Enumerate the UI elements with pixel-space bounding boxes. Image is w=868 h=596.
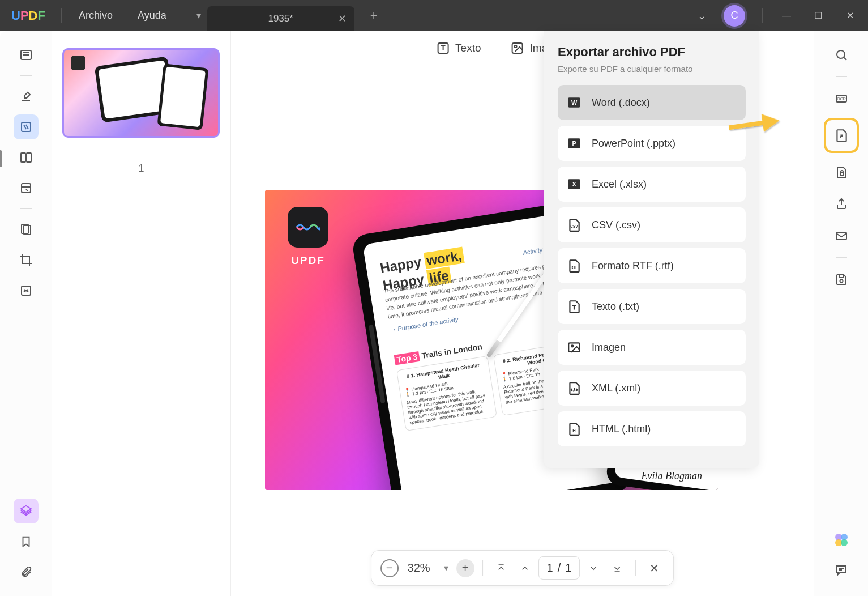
separator [836, 257, 847, 258]
panel-drag-handle[interactable] [0, 150, 2, 167]
crop-tool-icon[interactable] [14, 248, 39, 273]
search-icon[interactable] [829, 42, 854, 67]
edit-tool-icon[interactable] [14, 114, 39, 139]
export-csv-label: CSV (.csv) [592, 219, 640, 231]
divider [762, 8, 763, 23]
svg-rect-4 [22, 184, 31, 193]
export-xml-label: XML (.xml) [592, 382, 640, 394]
export-html-label: HTML (.html) [592, 423, 651, 435]
export-word[interactable]: W Word (.docx) [558, 85, 746, 120]
new-tab-button[interactable]: + [370, 8, 378, 23]
close-zoom-bar-button[interactable]: ✕ [644, 558, 664, 578]
separator [635, 560, 636, 576]
next-page-button[interactable] [583, 558, 604, 578]
separator [20, 208, 32, 209]
svg-text:W: W [571, 99, 578, 106]
export-image-label: Imagen [592, 342, 626, 354]
export-xml[interactable]: XML (.xml) [558, 371, 746, 406]
logo-u: U [11, 8, 20, 23]
export-title: Exportar archivo PDF [558, 45, 746, 59]
attachment-icon[interactable] [14, 560, 39, 585]
user-avatar[interactable]: C [724, 5, 745, 27]
highlight-tool-icon[interactable] [14, 84, 39, 109]
menu-help[interactable]: Ayuda [125, 10, 179, 22]
zoom-out-button[interactable]: − [380, 559, 399, 577]
email-icon[interactable] [829, 223, 854, 248]
export-excel[interactable]: X Excel (.xlsx) [558, 167, 746, 202]
save-icon[interactable] [829, 267, 854, 292]
divider [61, 8, 62, 23]
tab-list-dropdown-icon[interactable]: ▾ [190, 5, 207, 27]
content-area: 1 Texto Imagen UPDF [0, 31, 868, 596]
last-page-button[interactable] [607, 558, 627, 578]
redact-tool-icon[interactable] [14, 278, 39, 303]
form-tool-icon[interactable] [14, 176, 39, 201]
protect-icon[interactable] [829, 160, 854, 185]
svg-text:X: X [572, 181, 576, 188]
zoom-percent[interactable]: 32% [402, 561, 436, 574]
share-icon[interactable] [829, 191, 854, 216]
document-tab[interactable]: 1935* ✕ [207, 6, 354, 31]
export-text-label: Texto (.txt) [592, 301, 639, 313]
thumb-mini-logo [71, 56, 85, 70]
window-close-button[interactable]: ✕ [837, 3, 862, 28]
export-html[interactable]: H HTML (.html) [558, 411, 746, 446]
svg-text:P: P [572, 140, 576, 147]
export-subtitle: Exporte su PDF a cualquier formato [558, 64, 746, 74]
window-dropdown-icon[interactable]: ⌄ [692, 6, 711, 25]
bookmark-icon[interactable] [14, 529, 39, 554]
page-thumbnail[interactable] [62, 48, 220, 138]
layers-icon[interactable] [14, 499, 39, 523]
word-icon: W [567, 95, 581, 110]
export-powerpoint[interactable]: P PowerPoint (.pptx) [558, 126, 746, 161]
logo-p: P [20, 8, 29, 23]
logo-f: F [37, 8, 45, 23]
title-bar: UPDF Archivo Ayuda ▾ 1935* ✕ + ⌄ C — ☐ ✕ [0, 0, 868, 31]
page-number-input[interactable]: 1 / 1 [538, 556, 580, 580]
svg-point-28 [840, 280, 843, 283]
thumb-tablet-2 [157, 63, 208, 130]
export-icon[interactable] [824, 118, 859, 153]
page-tool-icon[interactable] [14, 145, 39, 170]
ai-assistant-icon[interactable] [832, 530, 851, 550]
signature-name: Evila Blagman [642, 470, 702, 482]
text-tool-label: Texto [455, 42, 481, 54]
text-tool[interactable]: Texto [436, 41, 481, 55]
separator [20, 75, 32, 76]
svg-point-10 [515, 45, 517, 48]
svg-text:H: H [572, 428, 575, 433]
zoom-dropdown-icon[interactable]: ▾ [439, 563, 453, 573]
window-maximize-button[interactable]: ☐ [806, 3, 831, 28]
reader-mode-icon[interactable] [14, 42, 39, 67]
right-toolbar-bottom [829, 530, 854, 582]
comment-icon[interactable] [829, 557, 854, 582]
titlebar-right: ⌄ C — ☐ ✕ [692, 3, 868, 28]
ocr-icon[interactable]: OCR [829, 86, 854, 111]
excel-icon: X [567, 177, 581, 191]
prev-page-button[interactable] [515, 558, 535, 578]
export-csv[interactable]: CSV CSV (.csv) [558, 207, 746, 242]
tab-close-icon[interactable]: ✕ [338, 12, 347, 25]
zoom-in-button[interactable]: + [456, 559, 474, 577]
page-logo-box [288, 207, 328, 248]
window-minimize-button[interactable]: — [774, 3, 799, 28]
image-icon [511, 41, 524, 55]
menu-file[interactable]: Archivo [66, 10, 125, 22]
text-icon [436, 41, 450, 55]
organize-pages-icon[interactable] [14, 217, 39, 242]
export-image[interactable]: Imagen [558, 330, 746, 365]
rtf-icon: RTF [567, 258, 581, 273]
left-toolbar [0, 31, 52, 596]
text-file-icon [567, 299, 581, 314]
wave-icon [296, 220, 320, 234]
svg-point-22 [837, 50, 845, 58]
svg-rect-27 [839, 275, 844, 278]
xml-icon [567, 381, 581, 395]
first-page-button[interactable] [491, 558, 511, 578]
export-rtf[interactable]: RTF Formato RTF (.rtf) [558, 248, 746, 283]
trail-card-1: # 1. Hampstead Heath Circular Walk 📍 Ham… [396, 356, 497, 431]
image-file-icon [567, 340, 581, 355]
left-toolbar-bottom [14, 499, 39, 585]
export-text[interactable]: Texto (.txt) [558, 289, 746, 324]
page-current: 1 [547, 561, 553, 574]
